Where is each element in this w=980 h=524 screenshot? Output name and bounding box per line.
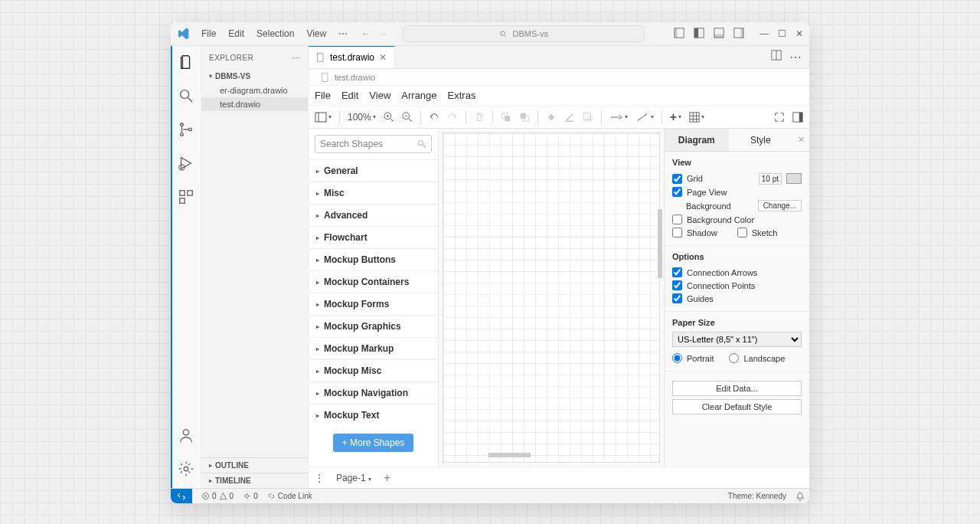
drawio-menu-file[interactable]: File <box>315 90 331 101</box>
file-item[interactable]: er-diagram.drawio <box>201 84 308 97</box>
drawio-menu-view[interactable]: View <box>369 90 390 101</box>
grid-size-input[interactable]: 10 pt <box>759 173 782 185</box>
shape-category[interactable]: ▸Mockup Text <box>309 404 438 426</box>
search-icon[interactable] <box>178 87 194 107</box>
theme-indicator[interactable]: Theme: Kennedy <box>724 492 791 500</box>
menu-more-icon[interactable]: ⋯ <box>332 28 354 39</box>
split-editor-icon[interactable] <box>771 50 782 64</box>
menu-selection[interactable]: Selection <box>250 28 300 39</box>
explorer-icon[interactable] <box>178 54 194 74</box>
tab-diagram[interactable]: Diagram <box>665 129 729 151</box>
tab-close-icon[interactable]: ✕ <box>379 52 387 63</box>
shape-category[interactable]: ▸Flowchart <box>309 226 438 248</box>
source-control-icon[interactable] <box>178 121 194 141</box>
breadcrumb-item[interactable]: test.drawio <box>335 73 375 82</box>
line-color-icon[interactable] <box>564 112 575 123</box>
explorer-more-icon[interactable]: ⋯ <box>292 54 301 62</box>
editor-tab[interactable]: test.drawio ✕ <box>309 46 395 68</box>
waypoints-icon[interactable]: ▾ <box>635 112 654 123</box>
shape-category[interactable]: ▸Mockup Containers <box>309 270 438 293</box>
vertical-scrollbar[interactable] <box>656 133 664 451</box>
shape-category[interactable]: ▸Mockup Misc <box>309 359 438 382</box>
conn-arrows-checkbox[interactable] <box>672 267 682 277</box>
outline-section[interactable]: ▸OUTLINE <box>201 457 308 473</box>
shape-category[interactable]: ▸General <box>309 159 438 182</box>
clear-style-button[interactable]: Clear Default Style <box>672 399 802 414</box>
horizontal-scrollbar[interactable] <box>443 451 656 459</box>
remote-indicator[interactable] <box>171 489 192 503</box>
debug-icon[interactable] <box>178 155 194 175</box>
shape-category[interactable]: ▸Mockup Graphics <box>309 315 438 337</box>
page-tab[interactable]: Page-1 ▾ <box>332 471 376 485</box>
codelink-indicator[interactable]: Code Link <box>263 492 317 500</box>
layout-icon[interactable] <box>674 28 684 41</box>
settings-icon[interactable] <box>178 460 194 480</box>
connection-icon[interactable]: ▾ <box>609 112 628 123</box>
menu-file[interactable]: File <box>195 28 222 39</box>
bgcolor-checkbox[interactable] <box>672 215 682 224</box>
redo-icon[interactable] <box>447 112 458 123</box>
grid-color-picker[interactable] <box>786 173 802 184</box>
panel-right-icon[interactable] <box>733 28 744 41</box>
nav-fwd-icon[interactable]: → <box>378 28 387 39</box>
drawio-menu-edit[interactable]: Edit <box>341 90 358 101</box>
shape-category[interactable]: ▸Mockup Navigation <box>309 382 438 404</box>
zoom-out-icon[interactable] <box>402 112 413 123</box>
shape-category[interactable]: ▸Mockup Forms <box>309 293 438 315</box>
grid-checkbox[interactable] <box>672 174 682 184</box>
close-icon[interactable]: ✕ <box>795 28 803 39</box>
fill-color-icon[interactable] <box>546 112 557 123</box>
pageview-checkbox[interactable] <box>672 187 682 197</box>
shape-category[interactable]: ▸Mockup Buttons <box>309 248 438 270</box>
delete-icon[interactable] <box>474 112 485 123</box>
to-front-icon[interactable] <box>501 112 511 123</box>
nav-back-icon[interactable]: ← <box>361 28 371 39</box>
file-item[interactable]: test.drawio <box>201 97 308 111</box>
drawio-menu-extras[interactable]: Extras <box>448 90 476 101</box>
shadow-icon[interactable] <box>583 112 593 123</box>
shadow-checkbox[interactable] <box>672 228 682 237</box>
panel-close-icon[interactable]: ✕ <box>792 129 809 151</box>
notifications-icon[interactable] <box>791 492 809 501</box>
fullscreen-icon[interactable] <box>774 112 785 123</box>
landscape-radio[interactable] <box>729 353 739 363</box>
panel-toggle-icon[interactable] <box>694 28 704 41</box>
tab-style[interactable]: Style <box>729 129 793 151</box>
undo-icon[interactable] <box>429 112 439 123</box>
shape-category[interactable]: ▸Mockup Markup <box>309 337 438 359</box>
insert-icon[interactable]: + ▾ <box>670 110 681 124</box>
shape-category[interactable]: ▸Advanced <box>309 204 438 226</box>
sketch-checkbox[interactable] <box>737 228 747 237</box>
project-header[interactable]: ▾DBMS-VS <box>201 69 308 84</box>
extensions-icon[interactable] <box>178 188 194 208</box>
drawio-menu-arrange[interactable]: Arrange <box>401 90 436 101</box>
shape-category[interactable]: ▸Misc <box>309 182 438 204</box>
more-shapes-button[interactable]: + More Shapes <box>333 434 414 452</box>
panel-bottom-icon[interactable] <box>714 28 724 41</box>
problems-indicator[interactable]: 0 0 <box>197 492 238 500</box>
search-shapes-input[interactable]: Search Shapes <box>315 135 432 153</box>
zoom-level[interactable]: 100% ▾ <box>348 112 376 123</box>
menu-view[interactable]: View <box>300 28 332 39</box>
timeline-section[interactable]: ▸TIMELINE <box>201 473 308 488</box>
guides-checkbox[interactable] <box>672 293 682 303</box>
maximize-icon[interactable]: ☐ <box>778 28 786 39</box>
account-icon[interactable] <box>178 427 194 447</box>
portrait-radio[interactable] <box>672 353 682 363</box>
menu-edit[interactable]: Edit <box>222 28 250 39</box>
command-center[interactable]: DBMS-vs <box>403 25 645 42</box>
toggle-sidebar-icon[interactable]: ▾ <box>315 111 332 123</box>
drawing-canvas[interactable] <box>443 133 660 463</box>
zoom-in-icon[interactable] <box>384 112 394 123</box>
conn-points-checkbox[interactable] <box>672 280 682 290</box>
pages-menu-icon[interactable]: ⋮ <box>315 473 324 483</box>
ports-indicator[interactable]: 0 <box>238 492 263 500</box>
table-icon[interactable]: ▾ <box>689 112 704 123</box>
to-back-icon[interactable] <box>519 112 530 123</box>
format-panel-icon[interactable] <box>792 112 803 123</box>
change-background-button[interactable]: Change... <box>758 200 802 211</box>
paper-size-select[interactable]: US-Letter (8,5" x 11") <box>672 332 802 347</box>
add-page-button[interactable]: + <box>384 471 390 485</box>
edit-data-button[interactable]: Edit Data... <box>672 381 802 396</box>
minimize-icon[interactable]: — <box>760 28 769 39</box>
